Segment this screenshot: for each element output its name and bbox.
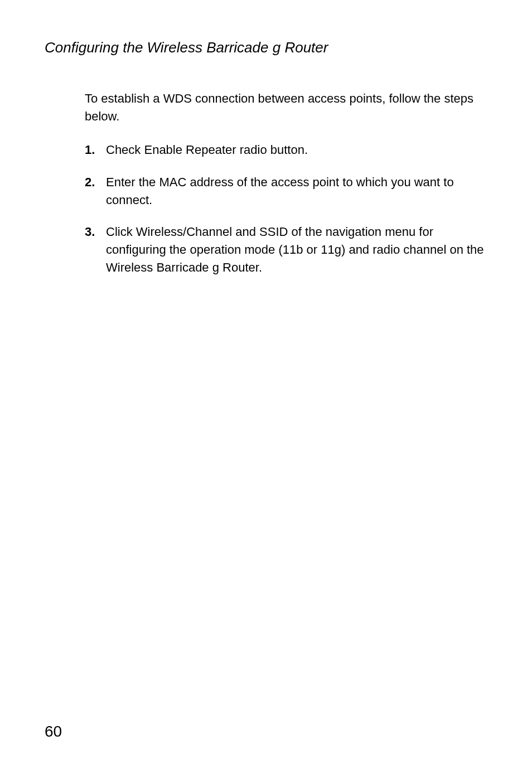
step-text: Enter the MAC address of the access poin… [106,173,487,209]
step-text: Click Wireless/Channel and SSID of the n… [106,223,487,277]
page-container: Configuring the Wireless Barricade g Rou… [0,0,532,774]
step-text: Check Enable Repeater radio button. [106,141,487,159]
page-header-title: Configuring the Wireless Barricade g Rou… [45,39,487,56]
step-1: 1. Check Enable Repeater radio button. [85,141,487,159]
page-number: 60 [45,723,62,741]
step-number: 1. [85,141,106,159]
step-number: 3. [85,223,106,277]
step-2: 2. Enter the MAC address of the access p… [85,173,487,209]
step-3: 3. Click Wireless/Channel and SSID of th… [85,223,487,277]
step-number: 2. [85,173,106,209]
intro-paragraph: To establish a WDS connection between ac… [85,90,487,125]
